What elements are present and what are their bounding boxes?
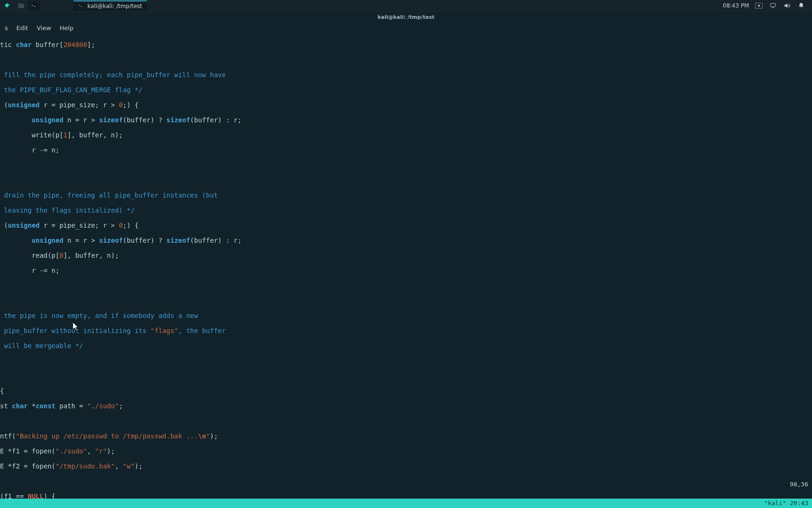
menu-edit[interactable]: Edit xyxy=(13,24,32,32)
svg-rect-1 xyxy=(18,3,21,5)
editor-viewport[interactable]: tic char buffer[204800]; fill the pipe c… xyxy=(0,33,812,499)
svg-rect-6 xyxy=(771,3,776,7)
editor-statusbar: "kali" 20:43 xyxy=(0,499,812,508)
app-menu-icon[interactable] xyxy=(2,1,14,10)
files-icon[interactable] xyxy=(15,1,27,10)
terminal-launcher-icon[interactable] xyxy=(28,1,40,10)
display-icon[interactable] xyxy=(769,1,777,10)
window-titlebar[interactable]: kali@kali: /tmp/test xyxy=(0,12,812,22)
svg-rect-2 xyxy=(31,3,38,8)
menu-actions[interactable]: s xyxy=(1,24,12,32)
terminal-window: kali@kali: /tmp/test s Edit View Help ti… xyxy=(0,12,812,508)
menu-help[interactable]: Help xyxy=(56,24,78,32)
svg-point-5 xyxy=(758,5,760,7)
mouse-cursor-icon xyxy=(73,322,78,330)
volume-icon[interactable] xyxy=(783,1,791,10)
screen-record-icon[interactable] xyxy=(755,1,763,10)
editor-cursor-pos: 98,36 xyxy=(790,481,808,488)
svg-rect-0 xyxy=(18,4,24,8)
taskbar-item-terminal[interactable]: kali@kali: /tmp/test xyxy=(73,0,147,11)
notifications-icon[interactable] xyxy=(797,1,805,10)
svg-rect-7 xyxy=(772,8,774,8)
taskbar-terminal-icon xyxy=(78,3,85,10)
window-title: kali@kali: /tmp/test xyxy=(378,14,435,20)
menubar: s Edit View Help xyxy=(0,22,812,33)
panel-clock[interactable]: 08:43 PM xyxy=(723,2,749,9)
desktop-panel: kali@kali: /tmp/test 08:43 PM xyxy=(0,0,812,11)
taskbar-item-label: kali@kali: /tmp/test xyxy=(87,3,142,9)
editor-status-right: "kali" 20:43 xyxy=(764,500,808,507)
menu-view[interactable]: View xyxy=(33,24,55,32)
svg-rect-3 xyxy=(78,3,85,8)
